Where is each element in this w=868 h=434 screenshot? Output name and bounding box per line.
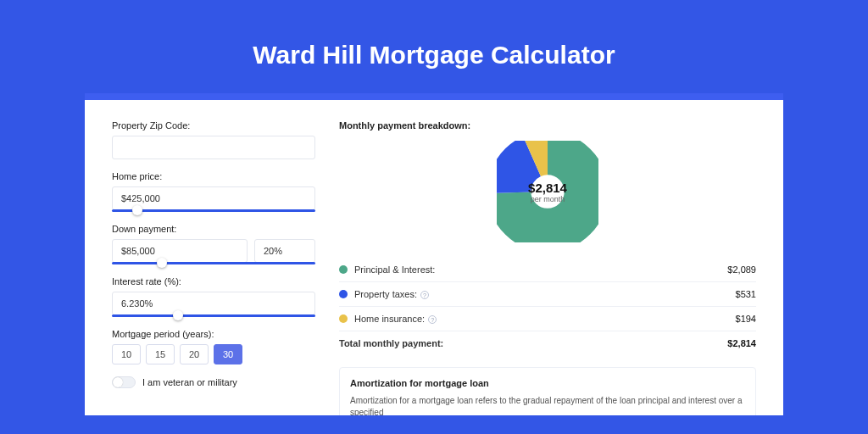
home-price-input[interactable] (112, 186, 315, 210)
total-label: Total monthly payment: (339, 338, 727, 348)
info-icon[interactable]: ? (420, 291, 429, 299)
legend-row-taxes: Property taxes:? $531 (339, 282, 756, 307)
legend-row-insurance: Home insurance:? $194 (339, 307, 756, 331)
info-icon[interactable]: ? (428, 315, 437, 324)
rate-slider[interactable] (112, 314, 315, 317)
legend-value: $531 (736, 289, 756, 299)
down-payment-slider[interactable] (112, 262, 315, 264)
amortization-card: Amortization for mortgage loan Amortizat… (339, 367, 756, 415)
down-payment-label: Down payment: (112, 224, 315, 234)
veteran-label: I am veteran or military (142, 377, 237, 387)
home-price-label: Home price: (112, 171, 315, 181)
zip-label: Property Zip Code: (112, 120, 315, 131)
down-payment-pct-input[interactable] (254, 239, 315, 263)
donut-amount: $2,814 (528, 181, 567, 195)
form-column: Property Zip Code: Home price: Down paym… (112, 120, 315, 415)
legend-value: $194 (736, 314, 756, 324)
veteran-toggle[interactable] (112, 376, 136, 388)
total-value: $2,814 (727, 338, 756, 348)
dot-icon (339, 290, 348, 298)
calculator-panel: Property Zip Code: Home price: Down paym… (85, 93, 783, 415)
period-label: Mortgage period (years): (112, 329, 315, 339)
home-price-slider[interactable] (112, 209, 315, 212)
legend-value: $2,089 (727, 264, 756, 275)
amortization-title: Amortization for mortgage loan (350, 378, 745, 388)
page-title: Ward Hill Mortgage Calculator (0, 41, 868, 70)
period-30[interactable]: 30 (214, 344, 242, 364)
legend-row-total: Total monthly payment: $2,814 (339, 331, 756, 355)
rate-label: Interest rate (%): (112, 276, 315, 287)
breakdown-column: Monthly payment breakdown: $2,814 per mo… (339, 120, 756, 415)
zip-input[interactable] (112, 136, 315, 159)
legend-row-principal: Principal & Interest: $2,089 (339, 258, 756, 282)
period-10[interactable]: 10 (112, 344, 141, 364)
dot-icon (339, 314, 348, 323)
amortization-desc: Amortization for a mortgage loan refers … (350, 395, 745, 415)
legend-name: Principal & Interest: (354, 264, 435, 275)
dot-icon (339, 265, 348, 274)
donut-chart: $2,814 per month (339, 137, 756, 253)
period-options: 10 15 20 30 (112, 344, 315, 364)
legend-name: Property taxes: (354, 289, 417, 299)
donut-sub: per month (531, 195, 565, 203)
down-payment-input[interactable] (112, 239, 248, 263)
legend: Principal & Interest: $2,089 Property ta… (339, 258, 756, 355)
rate-input[interactable] (112, 292, 315, 315)
period-20[interactable]: 20 (180, 344, 209, 364)
legend-name: Home insurance: (354, 314, 425, 324)
breakdown-header: Monthly payment breakdown: (339, 120, 756, 131)
period-15[interactable]: 15 (146, 344, 175, 364)
